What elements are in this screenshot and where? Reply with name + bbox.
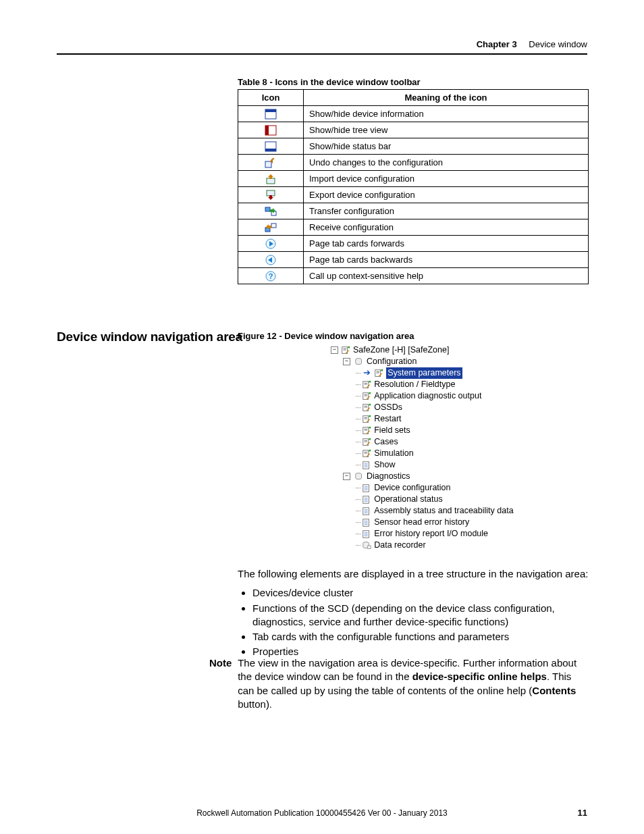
body-bullets: Devices/device clusterFunctions of the S… xyxy=(238,586,589,658)
tree-item[interactable]: ····Field sets xyxy=(331,425,514,436)
icon-meaning: Page tab cards forwards xyxy=(304,236,589,252)
body-intro: The following elements are displayed in … xyxy=(238,567,589,581)
device-icon xyxy=(354,357,364,367)
icon-meaning: Page tab cards backwards xyxy=(304,252,589,268)
footer: Rockwell Automation Publication 10000455… xyxy=(57,808,587,818)
tree-item[interactable]: ····Sensor head error history xyxy=(331,517,514,528)
table-row: Page tab cards backwards xyxy=(238,252,589,268)
icon-meaning: Undo changes to the configuration xyxy=(304,155,589,171)
tree-item[interactable]: ····Show xyxy=(331,459,514,471)
tree-label: Simulation xyxy=(374,448,413,459)
footer-page: 11 xyxy=(578,808,587,818)
table-row: Call up context-sensitive help xyxy=(238,268,589,284)
icon-meaning: Show/hide device information xyxy=(304,106,589,122)
doc-edit-icon xyxy=(362,415,371,424)
show-device-info-icon xyxy=(238,106,304,122)
receive-config-icon xyxy=(238,219,304,236)
tree-label: Resolution / Fieldtype xyxy=(374,379,455,390)
table-row: Show/hide status bar xyxy=(238,138,589,155)
sheet-icon xyxy=(362,518,371,527)
icon-meaning: Receive configuration xyxy=(304,219,589,236)
icons-table: Icon Meaning of the icon Show/hide devic… xyxy=(238,89,589,284)
tree-item[interactable]: ····Cases xyxy=(331,436,514,448)
tree-label: Field sets xyxy=(374,425,410,436)
transfer-config-icon xyxy=(238,203,304,219)
tree-label: Configuration xyxy=(367,356,417,367)
tree-label: Error history report I/O module xyxy=(374,528,488,540)
doc-edit-icon xyxy=(362,449,371,459)
tree-label: Diagnostics xyxy=(367,471,410,482)
chapter-label: Chapter 3 xyxy=(477,39,517,49)
undo-config-icon xyxy=(238,155,304,171)
figure-caption: Figure 12 - Device window navigation are… xyxy=(238,331,414,341)
table-row: Receive configuration xyxy=(238,219,589,236)
tree-label: Operational status xyxy=(374,494,442,505)
page-backward-icon xyxy=(238,252,304,268)
device-icon xyxy=(354,472,364,481)
tree-label: SafeZone [-H] [SafeZone] xyxy=(353,344,449,356)
page-header: Chapter 3 Device window xyxy=(57,39,587,60)
table-row: Page tab cards forwards xyxy=(238,236,589,252)
import-config-icon xyxy=(238,171,304,187)
tree-label: Assembly status and traceability data xyxy=(374,505,513,517)
tree-item[interactable]: ····Error history report I/O module xyxy=(331,528,514,540)
col-icon: Icon xyxy=(238,90,304,106)
recorder-icon xyxy=(362,541,371,550)
sheet-icon xyxy=(362,529,371,539)
tree-item[interactable]: −Configuration xyxy=(331,356,514,367)
tree-label: Cases xyxy=(374,436,398,448)
tree-item[interactable]: ····Operational status xyxy=(331,494,514,505)
tree-item[interactable]: −SafeZone [-H] [SafeZone] xyxy=(331,344,514,356)
tree-item[interactable]: ····Resolution / Fieldtype xyxy=(331,379,514,390)
tree-item[interactable]: ····OSSDs xyxy=(331,402,514,413)
sheet-icon xyxy=(362,461,371,470)
table-row: Undo changes to the configuration xyxy=(238,155,589,171)
expander-icon[interactable]: − xyxy=(331,346,338,354)
tree-item[interactable]: −Diagnostics xyxy=(331,471,514,482)
table-caption: Table 8 - Icons in the device window too… xyxy=(238,77,421,87)
tree-item[interactable]: ····Application diagnostic output xyxy=(331,390,514,402)
tree-item[interactable]: ····➔System parameters xyxy=(331,367,514,379)
tree-label: Device configuration xyxy=(374,482,450,494)
table-row: Transfer configuration xyxy=(238,203,589,219)
expander-icon[interactable]: − xyxy=(343,473,350,480)
icon-meaning: Transfer configuration xyxy=(304,203,589,219)
table-row: Export device configuration xyxy=(238,187,589,203)
note-label: Note xyxy=(209,656,235,670)
sheet-icon xyxy=(362,484,371,493)
section-heading: Device window navigation area xyxy=(57,330,242,344)
table-row: Show/hide device information xyxy=(238,106,589,122)
help-icon xyxy=(238,268,304,284)
arrow-icon: ➔ xyxy=(362,369,371,378)
note-block: Note The view in the navigation area is … xyxy=(209,656,589,711)
header-rule xyxy=(57,53,587,55)
doc-edit-icon xyxy=(341,346,350,355)
sheet-icon xyxy=(362,506,371,516)
list-item: Functions of the SCD (depending on the d… xyxy=(252,602,589,629)
icon-meaning: Export device configuration xyxy=(304,187,589,203)
tree-item[interactable]: ····Restart xyxy=(331,413,514,425)
expander-icon[interactable]: − xyxy=(343,358,350,365)
doc-edit-icon xyxy=(362,403,371,413)
tree-label: Data recorder xyxy=(374,540,425,551)
table-row: Show/hide tree view xyxy=(238,122,589,138)
tree-item[interactable]: ····Assembly status and traceability dat… xyxy=(331,505,514,517)
tree-item[interactable]: ····Data recorder xyxy=(331,540,514,551)
show-tree-view-icon xyxy=(238,122,304,138)
icon-meaning: Import device configuration xyxy=(304,171,589,187)
icon-meaning: Show/hide status bar xyxy=(304,138,589,155)
navigation-tree: −SafeZone [-H] [SafeZone]−Configuration·… xyxy=(331,344,514,551)
show-status-bar-icon xyxy=(238,138,304,155)
tree-item[interactable]: ····Device configuration xyxy=(331,482,514,494)
doc-edit-icon xyxy=(362,380,371,390)
doc-edit-icon xyxy=(362,438,371,447)
body-text: The following elements are displayed in … xyxy=(238,567,589,660)
doc-edit-icon xyxy=(362,392,371,401)
icon-meaning: Show/hide tree view xyxy=(304,122,589,138)
col-meaning: Meaning of the icon xyxy=(304,90,589,106)
tree-label: Show xyxy=(374,459,395,471)
tree-label: Sensor head error history xyxy=(374,517,469,528)
doc-edit-icon xyxy=(362,426,371,436)
tree-label: OSSDs xyxy=(374,402,402,413)
tree-item[interactable]: ····Simulation xyxy=(331,448,514,459)
